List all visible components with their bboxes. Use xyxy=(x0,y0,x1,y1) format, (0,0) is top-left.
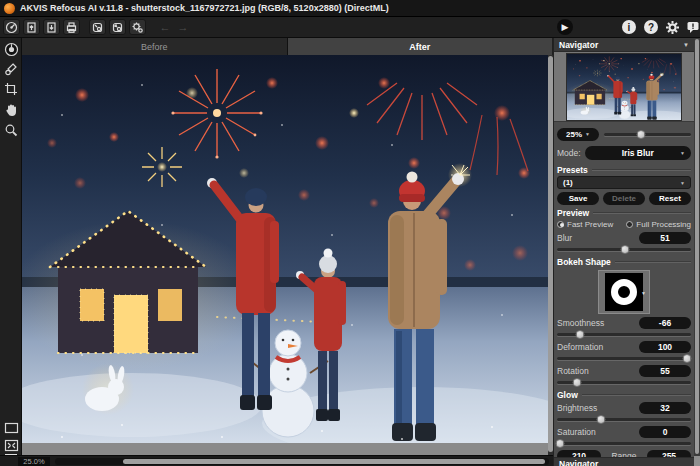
export-presets-button[interactable] xyxy=(109,19,126,35)
navigator-header[interactable]: Navigator ▼ xyxy=(554,38,694,52)
rotation-slider[interactable] xyxy=(557,378,691,387)
print-button[interactable] xyxy=(63,19,80,35)
navigator-thumb-area xyxy=(554,52,694,122)
resize-grip[interactable] xyxy=(694,456,700,466)
hand-tool[interactable] xyxy=(2,101,20,119)
import-presets-icon xyxy=(91,21,104,34)
mode-value: Iris Blur xyxy=(622,148,654,158)
saturation-value-box[interactable]: 0 xyxy=(639,426,691,438)
zoom-tool[interactable] xyxy=(2,121,20,139)
tab-after[interactable]: After xyxy=(288,38,553,55)
zoom-slider-handle[interactable] xyxy=(636,130,645,139)
preset-dropdown[interactable]: (1)▼ xyxy=(557,176,691,189)
smoothness-slider-handle[interactable] xyxy=(575,330,584,339)
crop-tool[interactable] xyxy=(2,80,20,98)
mode-dropdown[interactable]: Iris Blur▼ xyxy=(585,146,691,160)
chevron-down-icon: ▼ xyxy=(680,180,685,186)
quick-preview-tool[interactable] xyxy=(2,40,20,58)
fast-preview-radio[interactable] xyxy=(557,221,564,228)
view-tabs: Before After xyxy=(22,38,552,55)
glow-section-title: Glow xyxy=(557,389,691,400)
saturation-slider-handle[interactable] xyxy=(555,439,564,448)
rabbit xyxy=(82,363,134,415)
run-processing-button[interactable]: ▶ xyxy=(557,19,573,35)
photo-canvas[interactable] xyxy=(22,55,548,443)
settings-panel-scrollbar[interactable] xyxy=(694,38,700,466)
saturation-slider[interactable] xyxy=(557,439,691,448)
bokeh-section-title: Bokeh Shape xyxy=(557,256,691,267)
bokeh-shape-selector[interactable]: ▼ xyxy=(598,270,650,314)
reset-preset-button[interactable]: Reset xyxy=(649,192,691,205)
gear-icon xyxy=(665,20,680,35)
preset-selected: (1) xyxy=(563,178,573,187)
deformation-value-box[interactable]: 100 xyxy=(639,341,691,353)
blur-brush-tool[interactable] xyxy=(2,60,20,78)
help-button[interactable]: ? xyxy=(644,20,658,34)
batch-processing-button[interactable] xyxy=(129,19,146,35)
brightness-slider[interactable] xyxy=(557,415,691,424)
chevron-down-icon: ▼ xyxy=(683,42,689,48)
smoothness-label: Smoothness xyxy=(557,318,604,328)
preferences-button[interactable] xyxy=(664,19,681,35)
speedometer-icon xyxy=(5,21,18,34)
feedback-button[interactable] xyxy=(684,19,700,35)
app-window: AKVIS Refocus AI v.11.8 - shutterstock_1… xyxy=(0,0,700,466)
tool-rail xyxy=(0,38,22,455)
main-toolbar: ← → ▶ i ? xyxy=(0,17,700,38)
bokeh-shape-preview xyxy=(605,273,643,311)
preview-target-icon xyxy=(4,42,19,57)
fit-window-icon xyxy=(4,439,19,452)
undo-arrow-icon[interactable]: ← xyxy=(158,21,172,33)
blur-slider-handle[interactable] xyxy=(621,245,630,254)
saturation-label: Saturation xyxy=(557,427,596,437)
settings-panel: Navigator ▼ 25%▼ Mode: Iris Blur▼ xyxy=(553,38,700,466)
save-image-button[interactable] xyxy=(43,19,60,35)
full-processing-label: Full Processing xyxy=(636,220,691,229)
gear-small-icon xyxy=(131,21,144,34)
redo-arrow-icon[interactable]: → xyxy=(176,21,190,33)
navigator-thumbnail[interactable] xyxy=(566,53,682,121)
deformation-slider[interactable] xyxy=(557,354,691,363)
deformation-slider-handle[interactable] xyxy=(682,354,691,363)
chevron-down-icon: ▼ xyxy=(585,131,590,137)
brightness-value-box[interactable]: 32 xyxy=(639,402,691,414)
statusbar-zoom-value: 25.0% xyxy=(18,457,50,466)
smoothness-value-box[interactable]: -66 xyxy=(639,317,691,329)
rotation-label: Rotation xyxy=(557,366,589,376)
import-presets-button[interactable] xyxy=(89,19,106,35)
crop-icon xyxy=(4,82,18,96)
statusbar: 25.0% xyxy=(0,455,553,466)
save-file-icon xyxy=(45,21,58,34)
export-presets-icon xyxy=(111,21,124,34)
actual-size-button[interactable] xyxy=(2,419,20,437)
brush-icon xyxy=(4,62,18,76)
hscroll-thumb[interactable] xyxy=(123,459,545,464)
deformation-label: Deformation xyxy=(557,342,603,352)
mode-label: Mode: xyxy=(557,148,581,158)
app-logo-icon xyxy=(4,3,15,14)
blur-value-box[interactable]: 51 xyxy=(639,232,691,244)
rotation-value-box[interactable]: 55 xyxy=(639,365,691,377)
fast-preview-label: Fast Preview xyxy=(567,220,613,229)
brightness-slider-handle[interactable] xyxy=(597,415,606,424)
tab-before[interactable]: Before xyxy=(22,38,288,55)
speech-bubble-icon xyxy=(686,20,700,34)
smoothness-slider[interactable] xyxy=(557,330,691,339)
navigator-zoom-slider[interactable] xyxy=(604,130,691,139)
delete-preset-button[interactable]: Delete xyxy=(603,192,645,205)
titlebar: AKVIS Refocus AI v.11.8 - shutterstock_1… xyxy=(0,0,700,17)
open-image-button[interactable] xyxy=(23,19,40,35)
full-processing-radio[interactable] xyxy=(626,221,633,228)
viewport-horizontal-scrollbar[interactable] xyxy=(55,458,549,465)
info-button[interactable]: i xyxy=(622,20,636,34)
blur-slider[interactable] xyxy=(557,245,691,254)
workspace-button[interactable] xyxy=(3,19,20,35)
window-title: AKVIS Refocus AI v.11.8 - shutterstock_1… xyxy=(20,3,389,13)
image-viewport[interactable] xyxy=(22,55,548,455)
actual-size-icon xyxy=(4,422,19,434)
printer-icon xyxy=(65,21,78,34)
zoom-dropdown[interactable]: 25%▼ xyxy=(557,128,599,141)
rotation-slider-handle[interactable] xyxy=(573,378,582,387)
save-preset-button[interactable]: Save xyxy=(557,192,599,205)
bottom-panel-header[interactable]: Navigator xyxy=(554,457,694,466)
